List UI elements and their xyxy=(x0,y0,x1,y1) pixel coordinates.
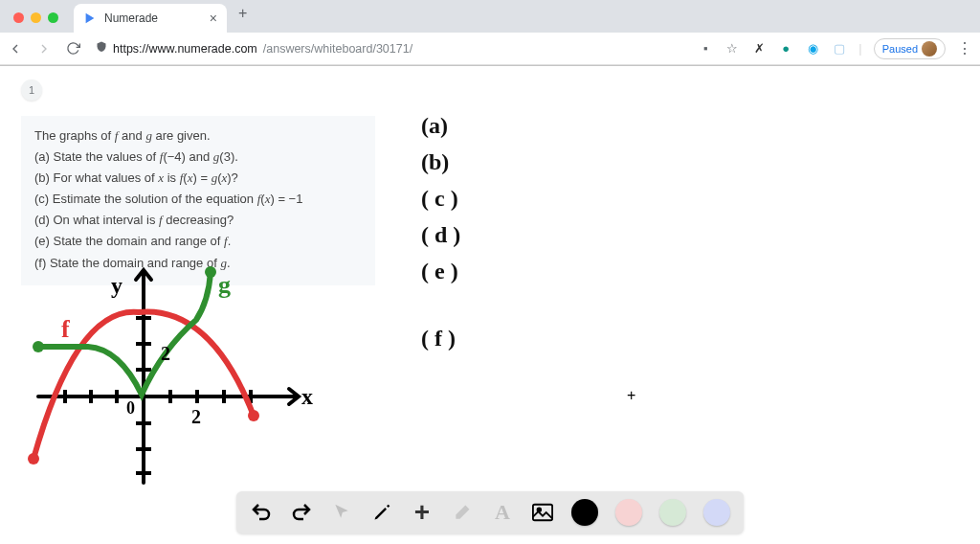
maximize-window-button[interactable] xyxy=(48,12,58,23)
hw-e: ( e ) xyxy=(421,260,460,283)
problem-part-c: (c) Estimate the solution of the equatio… xyxy=(34,189,362,210)
profile-paused-button[interactable]: Paused xyxy=(874,38,946,59)
close-tab-button[interactable]: × xyxy=(210,11,217,26)
secure-icon xyxy=(96,41,107,56)
cast-icon[interactable]: ▪ xyxy=(698,41,713,57)
extension-icons: ▪ ☆ ✗ ● ◉ ▢ | Paused ⋮ xyxy=(698,38,972,59)
browser-chrome: Numerade × + https://www.numerade.com/an… xyxy=(0,0,980,66)
y-tick-2: 2 xyxy=(161,343,170,364)
text-tool[interactable]: A xyxy=(491,501,514,524)
drawing-toolbar: + A xyxy=(236,491,744,533)
f-label: f xyxy=(61,315,70,343)
ext-1-icon[interactable]: ✗ xyxy=(751,41,767,57)
window-controls xyxy=(13,12,58,23)
eraser-tool[interactable] xyxy=(451,501,474,524)
minimize-window-button[interactable] xyxy=(31,12,41,23)
problem-part-d: (d) On what interval is f decreasing? xyxy=(34,210,362,231)
hw-f: ( f ) xyxy=(421,327,460,350)
svg-point-17 xyxy=(248,410,259,421)
page-indicator[interactable]: 1 xyxy=(21,79,42,101)
image-tool[interactable] xyxy=(531,501,554,524)
hw-a: (a) xyxy=(421,114,460,137)
color-pink[interactable] xyxy=(615,499,642,526)
redo-button[interactable] xyxy=(290,501,313,524)
tab-strip: Numerade × + xyxy=(0,0,980,33)
nav-buttons xyxy=(8,41,80,57)
address-bar-row: https://www.numerade.com/answers/whitebo… xyxy=(0,33,980,65)
ext-3-icon[interactable]: ◉ xyxy=(805,41,820,57)
ext-4-icon[interactable]: ▢ xyxy=(832,41,847,57)
star-icon[interactable]: ☆ xyxy=(724,41,740,57)
color-blue[interactable] xyxy=(703,499,730,526)
close-window-button[interactable] xyxy=(13,12,24,23)
pen-tool[interactable] xyxy=(370,501,393,524)
favicon-icon xyxy=(83,11,97,25)
hw-d: ( d ) xyxy=(421,223,460,246)
whiteboard-content: 1 The graphs of f and g are given. (a) S… xyxy=(0,66,980,544)
svg-point-16 xyxy=(28,453,39,465)
pointer-tool[interactable] xyxy=(330,501,353,524)
paused-label: Paused xyxy=(882,43,918,55)
avatar-icon xyxy=(922,41,937,57)
svg-point-19 xyxy=(205,266,216,278)
tab-title: Numerade xyxy=(104,11,158,25)
ext-2-icon[interactable]: ● xyxy=(778,41,793,57)
new-tab-button[interactable]: + xyxy=(233,2,253,25)
color-black[interactable] xyxy=(571,499,598,526)
x-tick-2: 2 xyxy=(191,406,201,427)
svg-rect-21 xyxy=(533,505,552,521)
handwritten-answers: (a) (b) ( c ) ( d ) ( e ) ( f ) xyxy=(421,114,460,363)
hw-c: ( c ) xyxy=(421,187,460,210)
plus-tool[interactable]: + xyxy=(411,501,434,524)
problem-intro: The graphs of f and g are given. xyxy=(34,125,362,147)
url-bar[interactable]: https://www.numerade.com/answers/whitebo… xyxy=(90,41,688,56)
back-button[interactable] xyxy=(8,41,23,57)
svg-point-18 xyxy=(33,341,44,352)
hw-b: (b) xyxy=(421,150,460,173)
y-axis-label: y xyxy=(111,273,122,298)
drawing-cursor: + xyxy=(627,387,635,404)
x-axis-label: x xyxy=(301,384,313,409)
undo-button[interactable] xyxy=(250,501,273,524)
svg-marker-0 xyxy=(86,13,95,24)
reload-button[interactable] xyxy=(65,41,80,57)
hand-drawn-graph: y x f g 2 2 0 xyxy=(19,253,316,492)
problem-part-b: (b) For what values of x is f(x) = g(x)? xyxy=(34,168,362,189)
svg-text:0: 0 xyxy=(126,398,135,418)
browser-tab[interactable]: Numerade × xyxy=(74,4,227,33)
g-label: g xyxy=(218,271,231,299)
problem-part-a: (a) State the values of f(−4) and g(3). xyxy=(34,147,362,168)
color-green[interactable] xyxy=(659,499,686,526)
url-host: https://www.numerade.com xyxy=(113,42,257,56)
forward-button[interactable] xyxy=(36,41,52,57)
problem-part-e: (e) State the domain and range of f. xyxy=(34,231,362,252)
page-number: 1 xyxy=(29,84,34,96)
url-path: /answers/whiteboard/30171/ xyxy=(263,42,412,56)
browser-menu-button[interactable]: ⋮ xyxy=(957,39,972,57)
